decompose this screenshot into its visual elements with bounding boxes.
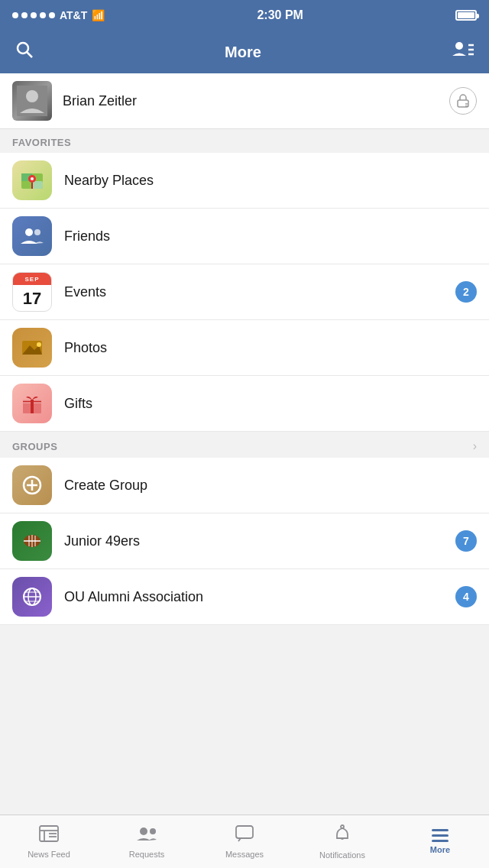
photos-icon xyxy=(12,328,52,368)
tab-notifications[interactable]: Notifications xyxy=(293,815,391,868)
groups-label: GROUPS xyxy=(12,441,57,452)
messages-tab-label: Messages xyxy=(225,850,264,859)
favorites-section-header: FAVORITES xyxy=(0,129,489,153)
status-time: 2:30 PM xyxy=(257,8,303,22)
list-item-friends[interactable]: Friends xyxy=(0,209,489,264)
news-feed-tab-label: News Feed xyxy=(28,850,70,859)
signal-dots xyxy=(12,12,55,18)
tab-messages[interactable]: Messages xyxy=(196,815,293,868)
svg-point-50 xyxy=(150,828,156,834)
wifi-icon: 📶 xyxy=(92,9,105,21)
photos-label: Photos xyxy=(64,340,477,356)
svg-line-1 xyxy=(28,53,33,58)
create-group-label: Create Group xyxy=(64,478,477,494)
ou-alumni-label: OU Alumni Association xyxy=(64,589,443,605)
events-badge: 2 xyxy=(455,281,477,303)
svg-rect-51 xyxy=(236,826,253,838)
gifts-icon xyxy=(12,384,52,423)
list-item-ou-alumni[interactable]: OU Alumni Association 4 xyxy=(0,569,489,625)
tab-requests[interactable]: Requests xyxy=(98,815,196,868)
status-right xyxy=(455,10,477,21)
svg-point-0 xyxy=(18,43,28,53)
notifications-icon xyxy=(334,824,351,847)
friends-icon xyxy=(12,216,52,256)
more-tab-label: More xyxy=(430,845,450,854)
tab-news-feed[interactable]: News Feed xyxy=(0,815,98,868)
tab-more[interactable]: More xyxy=(391,815,489,868)
svg-point-17 xyxy=(25,228,33,236)
more-icon xyxy=(432,829,449,842)
events-label: Events xyxy=(64,284,443,300)
battery-icon xyxy=(455,10,477,21)
tab-bar: News Feed Requests Messages xyxy=(0,815,489,868)
svg-point-16 xyxy=(31,177,34,180)
status-bar: AT&T 📶 2:30 PM xyxy=(0,0,489,31)
svg-point-49 xyxy=(140,828,147,835)
groups-section-header[interactable]: GROUPS › xyxy=(0,432,489,458)
list-item-nearby[interactable]: Nearby Places xyxy=(0,153,489,209)
ou-alumni-badge: 4 xyxy=(455,586,477,607)
profile-row[interactable]: Brian Zeitler xyxy=(0,73,489,129)
list-item-junior-49ers[interactable]: Junior 49ers 7 xyxy=(0,513,489,569)
requests-icon xyxy=(136,825,157,847)
svg-point-18 xyxy=(34,229,40,235)
list-item-create-group[interactable]: Create Group xyxy=(0,458,489,513)
49ers-icon xyxy=(12,521,52,561)
news-feed-icon xyxy=(39,825,59,847)
friends-list-button[interactable] xyxy=(452,40,474,63)
list-item-photos[interactable]: Photos xyxy=(0,320,489,376)
events-icon: SEP 17 xyxy=(12,272,52,312)
friends-label: Friends xyxy=(64,228,477,245)
privacy-button[interactable] xyxy=(449,87,477,115)
create-group-icon xyxy=(12,465,52,505)
calendar-day: 17 xyxy=(13,285,51,312)
calendar-month: SEP xyxy=(13,273,51,285)
gifts-label: Gifts xyxy=(64,396,477,412)
svg-point-22 xyxy=(37,342,41,347)
requests-tab-label: Requests xyxy=(129,850,164,859)
nav-bar: More xyxy=(0,31,489,73)
groups-chevron-icon: › xyxy=(473,439,477,453)
favorites-label: FAVORITES xyxy=(12,137,71,148)
svg-point-7 xyxy=(26,90,38,102)
nearby-places-label: Nearby Places xyxy=(64,173,477,189)
ou-alumni-icon xyxy=(12,577,52,617)
list-item-events[interactable]: SEP 17 Events 2 xyxy=(0,264,489,320)
avatar xyxy=(12,81,52,121)
list-item-gifts[interactable]: Gifts xyxy=(0,376,489,432)
junior-49ers-label: Junior 49ers xyxy=(64,533,443,549)
junior-49ers-badge: 7 xyxy=(455,530,477,552)
profile-name: Brian Zeitler xyxy=(63,93,439,109)
svg-point-2 xyxy=(455,42,463,50)
carrier-name: AT&T xyxy=(60,9,87,21)
battery-fill xyxy=(458,12,474,18)
nearby-places-icon xyxy=(12,160,52,200)
svg-point-52 xyxy=(341,825,344,828)
status-left: AT&T 📶 xyxy=(12,9,105,21)
content-area: Brian Zeitler FAVORITES xyxy=(0,73,489,815)
notifications-tab-label: Notifications xyxy=(319,850,365,860)
nav-title: More xyxy=(225,44,261,61)
messages-icon xyxy=(235,825,254,847)
search-button[interactable] xyxy=(15,40,34,63)
